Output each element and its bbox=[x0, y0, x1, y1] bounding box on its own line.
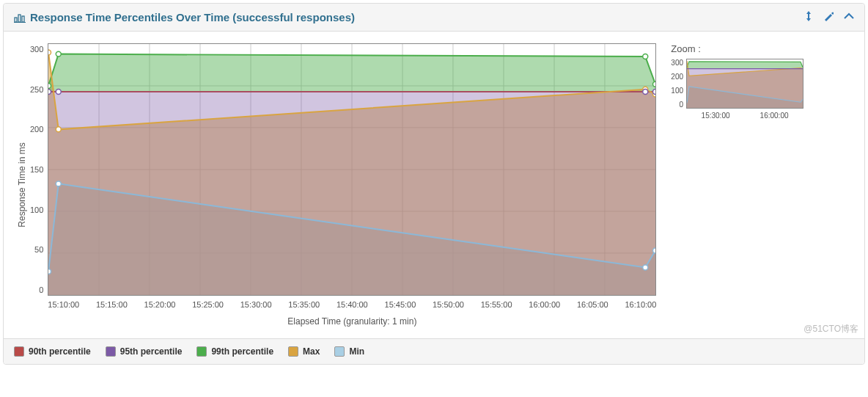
svg-rect-1 bbox=[18, 15, 21, 22]
panel-actions bbox=[804, 11, 854, 23]
y-tick: 250 bbox=[30, 85, 43, 94]
svg-point-29 bbox=[56, 90, 62, 95]
legend-label: 90th percentile bbox=[29, 346, 91, 357]
svg-point-34 bbox=[643, 265, 648, 270]
zoom-title: Zoom : bbox=[671, 43, 825, 54]
chart-plot-area[interactable] bbox=[48, 43, 656, 296]
y-tick: 0 bbox=[39, 285, 43, 294]
x-tick: 15:30:00 bbox=[240, 300, 272, 309]
legend-label: 99th percentile bbox=[211, 346, 273, 357]
x-tick: 15:50:00 bbox=[433, 300, 464, 309]
y-axis-label: Response Time in ms bbox=[17, 142, 27, 227]
x-tick: 15:45:00 bbox=[385, 300, 416, 309]
legend-label: 95th percentile bbox=[120, 346, 183, 357]
zoom-plot[interactable] bbox=[686, 59, 803, 109]
svg-point-30 bbox=[643, 90, 648, 95]
legend-item[interactable]: 90th percentile bbox=[14, 346, 91, 357]
legend-item[interactable]: Max bbox=[288, 346, 320, 357]
zoom-y-ticks: 3002001000 bbox=[671, 59, 686, 109]
zoom-y-tick: 200 bbox=[671, 73, 683, 81]
x-tick: 15:55:00 bbox=[481, 300, 512, 309]
svg-rect-0 bbox=[15, 18, 17, 22]
panel-header: Response Time Percentiles Over Time (suc… bbox=[4, 4, 864, 32]
x-tick: 16:05:00 bbox=[577, 300, 608, 309]
panel-title-text: Response Time Percentiles Over Time (suc… bbox=[30, 11, 355, 23]
settings-icon[interactable] bbox=[823, 11, 834, 23]
svg-point-23 bbox=[653, 81, 655, 87]
svg-point-33 bbox=[56, 181, 62, 186]
svg-point-21 bbox=[56, 51, 62, 57]
bar-chart-icon bbox=[14, 12, 26, 23]
main-chart: Response Time in ms 300250200150100500 bbox=[15, 43, 656, 327]
x-axis-ticks: 15:10:0015:15:0015:20:0015:25:0015:30:00… bbox=[48, 296, 656, 309]
legend-label: Max bbox=[303, 346, 320, 357]
svg-point-28 bbox=[48, 90, 51, 95]
y-tick: 100 bbox=[30, 205, 43, 214]
zoom-x-ticks: 15:30:0016:00:00 bbox=[686, 109, 803, 120]
zoom-y-tick: 0 bbox=[679, 101, 683, 109]
svg-rect-2 bbox=[22, 16, 24, 22]
zoom-overview: Zoom : 3002001000 bbox=[671, 43, 825, 327]
x-axis-label: Elapsed Time (granularity: 1 min) bbox=[48, 309, 656, 327]
svg-point-31 bbox=[653, 90, 655, 95]
expand-vertical-icon[interactable] bbox=[804, 11, 813, 23]
legend-swatch bbox=[14, 346, 24, 357]
x-tick: 15:25:00 bbox=[192, 300, 224, 309]
svg-point-25 bbox=[56, 127, 62, 132]
x-tick: 15:35:00 bbox=[288, 300, 320, 309]
legend-swatch bbox=[106, 346, 116, 357]
y-axis-ticks: 300250200150100500 bbox=[29, 45, 48, 294]
svg-point-32 bbox=[48, 269, 51, 274]
x-tick: 15:10:00 bbox=[48, 300, 79, 309]
zoom-y-tick: 100 bbox=[671, 87, 683, 95]
x-tick: 15:20:00 bbox=[144, 300, 176, 309]
svg-point-20 bbox=[48, 83, 51, 88]
legend-item[interactable]: 99th percentile bbox=[196, 346, 273, 357]
legend-swatch bbox=[334, 346, 345, 357]
svg-point-35 bbox=[653, 248, 655, 253]
panel-body: Response Time in ms 300250200150100500 bbox=[4, 32, 864, 338]
x-tick: 16:10:00 bbox=[625, 300, 656, 309]
legend-item[interactable]: Min bbox=[334, 346, 364, 357]
svg-point-22 bbox=[643, 54, 648, 59]
legend-swatch bbox=[288, 346, 298, 357]
collapse-icon[interactable] bbox=[844, 11, 854, 23]
legend-label: Min bbox=[349, 346, 364, 357]
x-tick: 15:40:00 bbox=[336, 300, 368, 309]
y-tick: 150 bbox=[30, 165, 43, 174]
legend-item[interactable]: 95th percentile bbox=[106, 346, 183, 357]
x-tick: 15:15:00 bbox=[96, 300, 128, 309]
svg-point-24 bbox=[48, 50, 51, 55]
legend: 90th percentile95th percentile99th perce… bbox=[4, 338, 864, 364]
zoom-x-tick: 15:30:00 bbox=[702, 112, 730, 120]
response-time-percentiles-panel: Response Time Percentiles Over Time (suc… bbox=[3, 3, 865, 365]
panel-title: Response Time Percentiles Over Time (suc… bbox=[14, 11, 355, 23]
zoom-y-tick: 300 bbox=[671, 59, 683, 67]
legend-swatch bbox=[196, 346, 207, 357]
zoom-x-tick: 16:00:00 bbox=[760, 112, 789, 120]
y-tick: 50 bbox=[34, 245, 43, 254]
y-tick: 200 bbox=[30, 125, 43, 134]
x-tick: 16:00:00 bbox=[529, 300, 560, 309]
y-tick: 300 bbox=[30, 45, 43, 54]
